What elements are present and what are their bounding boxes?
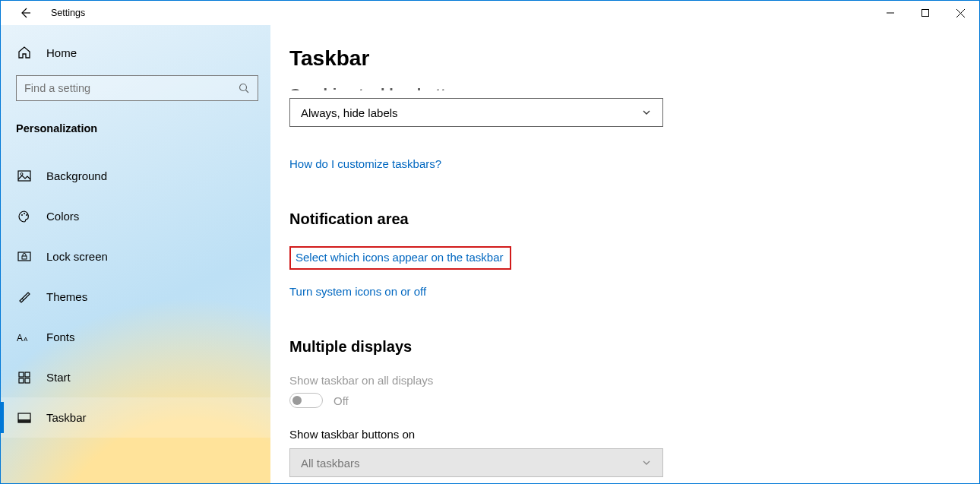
home-nav[interactable]: Home — [1, 36, 270, 69]
taskbar-buttons-on-label: Show taskbar buttons on — [289, 428, 979, 441]
close-button[interactable] — [943, 1, 978, 25]
font-icon: AA — [16, 329, 33, 346]
svg-point-4 — [240, 84, 247, 91]
sidebar: Home Personalization Background Colors — [1, 25, 270, 483]
customize-taskbars-link[interactable]: How do I customize taskbars? — [289, 157, 441, 170]
toggle-knob — [292, 396, 302, 405]
lock-icon — [16, 248, 33, 265]
minimize-icon — [887, 9, 894, 17]
sidebar-item-label: Taskbar — [46, 411, 87, 424]
back-button[interactable] — [14, 2, 36, 24]
sidebar-item-label: Background — [46, 169, 107, 182]
svg-rect-1 — [922, 10, 929, 17]
sidebar-item-label: Start — [46, 371, 71, 384]
notification-area-heading: Notification area — [289, 210, 979, 228]
title-bar-left: Settings — [1, 1, 270, 25]
svg-line-5 — [246, 90, 249, 93]
svg-point-7 — [21, 172, 23, 175]
content-pane: Taskbar Combine taskbar buttons Always, … — [270, 25, 979, 483]
svg-rect-15 — [19, 372, 24, 377]
sidebar-item-label: Fonts — [46, 331, 75, 343]
select-taskbar-icons-link[interactable]: Select which icons appear on the taskbar — [289, 246, 511, 270]
svg-rect-18 — [25, 378, 30, 383]
sidebar-item-colors[interactable]: Colors — [1, 196, 270, 236]
show-taskbar-all-label: Show taskbar on all displays — [289, 374, 979, 387]
taskbar-buttons-on-dropdown: All taskbars — [289, 448, 663, 477]
chevron-down-icon — [641, 457, 652, 468]
taskbar-icon — [16, 410, 33, 426]
svg-rect-12 — [22, 256, 27, 259]
window-controls — [873, 1, 979, 25]
search-icon — [238, 82, 250, 94]
chevron-down-icon — [641, 107, 652, 118]
window-title: Settings — [51, 8, 85, 18]
sidebar-item-fonts[interactable]: AA Fonts — [1, 317, 270, 357]
sidebar-item-label: Colors — [46, 210, 79, 223]
sidebar-item-start[interactable]: Start — [1, 357, 270, 397]
show-taskbar-all-state: Off — [334, 394, 349, 407]
maximize-button[interactable] — [908, 1, 943, 25]
search-input[interactable] — [24, 82, 238, 94]
search-box[interactable] — [16, 75, 258, 101]
close-icon — [956, 9, 965, 17]
brush-icon — [16, 289, 33, 305]
home-icon — [16, 44, 33, 61]
svg-rect-16 — [25, 372, 30, 377]
image-icon — [16, 168, 33, 185]
combine-taskbar-label-cropped: Combine taskbar buttons — [289, 86, 979, 90]
system-icons-link[interactable]: Turn system icons on or off — [289, 285, 426, 298]
arrow-left-icon — [19, 7, 31, 19]
taskbar-buttons-on-value: All taskbars — [301, 457, 360, 470]
tiles-icon — [16, 369, 33, 386]
palette-icon — [16, 208, 33, 225]
sidebar-item-label: Themes — [46, 290, 87, 303]
title-bar: Settings — [1, 1, 979, 25]
category-header: Personalization — [16, 122, 270, 134]
svg-point-9 — [24, 213, 25, 214]
svg-rect-20 — [18, 419, 30, 422]
combine-taskbar-value: Always, hide labels — [301, 106, 398, 119]
svg-text:A: A — [24, 336, 28, 343]
sidebar-item-themes[interactable]: Themes — [1, 277, 270, 317]
svg-point-8 — [21, 214, 23, 216]
combine-taskbar-dropdown[interactable]: Always, hide labels — [289, 98, 663, 127]
svg-rect-17 — [19, 378, 24, 383]
maximize-icon — [922, 9, 929, 17]
page-title: Taskbar — [289, 46, 979, 71]
svg-text:A: A — [17, 333, 23, 343]
sidebar-item-label: Lock screen — [46, 250, 108, 263]
svg-rect-6 — [18, 171, 30, 181]
sidebar-item-taskbar[interactable]: Taskbar — [1, 397, 270, 438]
multiple-displays-heading: Multiple displays — [289, 338, 979, 356]
minimize-button[interactable] — [873, 1, 908, 25]
svg-point-10 — [26, 214, 27, 216]
sidebar-item-background[interactable]: Background — [1, 156, 270, 196]
show-taskbar-all-toggle — [289, 393, 323, 408]
home-label: Home — [46, 46, 77, 59]
sidebar-item-lock-screen[interactable]: Lock screen — [1, 236, 270, 277]
